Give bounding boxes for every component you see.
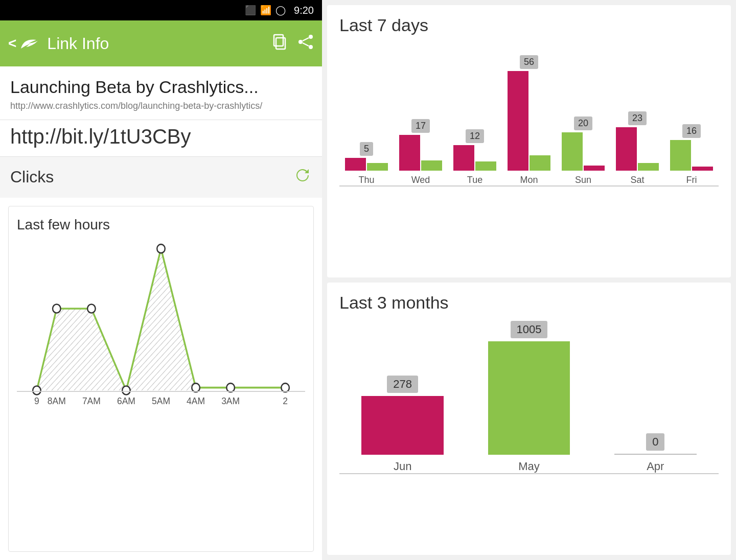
status-bar: ⬛ 📶 ◯ 9:20 xyxy=(0,0,322,20)
svg-point-3 xyxy=(298,40,303,44)
last-7-days-title: Last 7 days xyxy=(339,15,719,35)
left-panel: ⬛ 📶 ◯ 9:20 < Link Info xyxy=(0,0,322,560)
clicks-header: Clicks xyxy=(0,157,322,198)
month-label-jun: 278 xyxy=(387,376,418,393)
bar-label-sun: 20 xyxy=(574,116,592,130)
month-group-apr: 0 Apr xyxy=(592,321,719,473)
bar-mon xyxy=(508,71,551,171)
last-3-months-title: Last 3 months xyxy=(339,293,719,313)
bluetooth-icon: ⬛ xyxy=(245,5,256,16)
line-chart-svg: 9 8AM 7AM 6AM 5AM 4AM 3AM 2 xyxy=(17,243,305,407)
svg-point-2 xyxy=(309,35,313,39)
bar-group-sun: 20 Sun xyxy=(556,43,610,185)
month-label-may: 1005 xyxy=(511,321,548,338)
svg-line-5 xyxy=(303,38,309,41)
bar-group-mon: 56 Mon xyxy=(502,43,556,185)
bar-label-tue: 12 xyxy=(466,129,484,143)
svg-point-17 xyxy=(226,383,235,392)
bar-wed xyxy=(399,135,443,171)
copy-button[interactable] xyxy=(271,34,287,54)
svg-text:8AM: 8AM xyxy=(48,395,66,406)
bar-day-tue: Tue xyxy=(467,175,482,185)
bar-day-wed: Wed xyxy=(411,175,430,185)
bar-sat-green xyxy=(638,163,659,171)
svg-text:7AM: 7AM xyxy=(82,395,101,406)
bar-fri xyxy=(670,140,714,171)
month-name-may: May xyxy=(518,460,540,473)
month-bar-jun xyxy=(361,396,444,455)
back-button[interactable]: < xyxy=(8,35,39,52)
svg-point-16 xyxy=(192,383,200,392)
svg-point-12 xyxy=(53,304,61,313)
bar-fri-green xyxy=(670,140,691,171)
battery-icon: ◯ xyxy=(275,5,286,16)
last-few-hours-card: Last few hours xyxy=(8,206,314,552)
bar-sat-pink xyxy=(616,127,637,171)
bar-day-fri: Fri xyxy=(686,175,697,185)
refresh-button[interactable] xyxy=(293,166,312,189)
right-panel: Last 7 days 5 Thu 17 Wed xyxy=(322,0,736,560)
last-7-days-section: Last 7 days 5 Thu 17 Wed xyxy=(327,5,731,277)
svg-rect-0 xyxy=(274,35,283,46)
svg-marker-9 xyxy=(37,309,126,390)
bar-group-sat: 23 Sat xyxy=(610,43,664,185)
bar-sat xyxy=(616,127,659,171)
bar-tue-green xyxy=(475,161,496,171)
svg-text:5AM: 5AM xyxy=(152,395,170,406)
month-group-may: 1005 May xyxy=(466,321,592,473)
last-3-months-chart: 278 Jun 1005 May 0 Apr xyxy=(339,321,719,474)
month-label-apr: 0 xyxy=(646,433,664,451)
svg-point-14 xyxy=(122,386,130,394)
bar-sun xyxy=(562,132,605,171)
bar-sun-green xyxy=(562,132,583,171)
svg-rect-1 xyxy=(276,38,285,49)
bar-fri-pink xyxy=(692,167,713,171)
bar-tue-pink xyxy=(453,145,474,171)
month-bar-apr xyxy=(614,454,697,455)
bar-label-thu: 5 xyxy=(360,142,373,156)
bar-group-thu: 5 Thu xyxy=(339,43,394,185)
clicks-label: Clicks xyxy=(10,168,54,186)
bar-mon-pink xyxy=(508,71,528,171)
bar-group-fri: 16 Fri xyxy=(664,43,719,185)
svg-text:3AM: 3AM xyxy=(221,395,240,406)
last-3-months-section: Last 3 months 278 Jun 1005 May 0 Apr xyxy=(327,283,731,555)
bar-label-mon: 56 xyxy=(520,55,538,69)
month-group-jun: 278 Jun xyxy=(339,321,466,473)
bar-tue xyxy=(453,145,497,171)
svg-point-13 xyxy=(87,304,96,313)
bar-day-sat: Sat xyxy=(630,175,644,185)
svg-text:6AM: 6AM xyxy=(117,395,135,406)
status-time: 9:20 xyxy=(294,5,314,16)
svg-point-15 xyxy=(157,244,165,253)
bar-day-mon: Mon xyxy=(520,175,538,185)
wing-icon xyxy=(18,36,39,51)
svg-line-6 xyxy=(303,43,309,46)
bar-thu-pink xyxy=(345,158,366,171)
last-few-hours-title: Last few hours xyxy=(17,217,305,233)
line-chart: 9 8AM 7AM 6AM 5AM 4AM 3AM 2 xyxy=(17,243,305,407)
month-bar-may xyxy=(488,341,570,455)
share-button[interactable] xyxy=(297,34,314,54)
bar-group-wed: 17 Wed xyxy=(394,43,448,185)
bar-sun-pink xyxy=(584,166,605,171)
app-bar: < Link Info xyxy=(0,20,322,66)
link-short-url: http://bit.ly/1tU3CBy xyxy=(0,120,322,156)
month-name-apr: Apr xyxy=(647,460,664,473)
svg-point-18 xyxy=(281,383,289,392)
bar-mon-green xyxy=(530,155,550,171)
svg-text:2: 2 xyxy=(283,395,288,406)
svg-point-11 xyxy=(33,386,41,394)
svg-text:9: 9 xyxy=(34,395,39,406)
link-title: Launching Beta by Crashlytics... xyxy=(0,66,322,101)
app-title: Link Info xyxy=(47,34,261,53)
bar-label-wed: 17 xyxy=(411,119,430,133)
bar-label-fri: 16 xyxy=(682,124,701,138)
bar-day-sun: Sun xyxy=(575,175,591,185)
svg-point-4 xyxy=(309,45,313,49)
bar-label-sat: 23 xyxy=(628,111,647,125)
link-full-url: http://www.crashlytics.com/blog/launchin… xyxy=(0,101,322,120)
svg-text:4AM: 4AM xyxy=(187,395,205,406)
signal-icon: 📶 xyxy=(260,5,271,16)
bar-thu-green xyxy=(367,163,388,171)
